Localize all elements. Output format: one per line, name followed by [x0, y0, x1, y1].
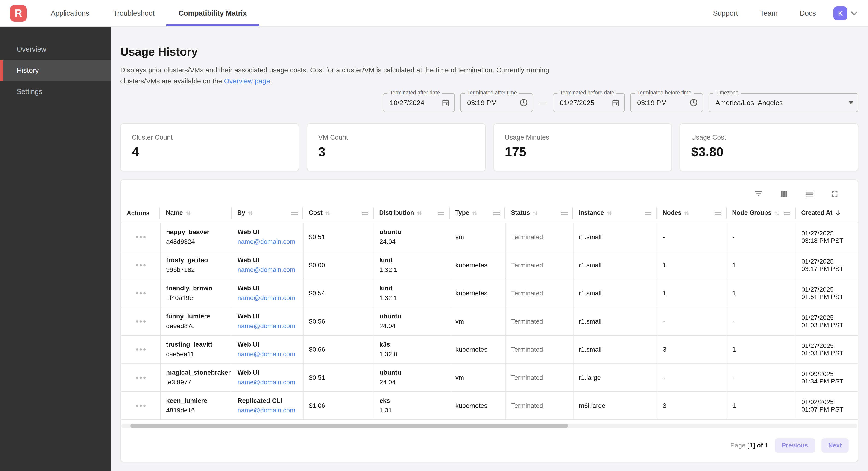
calendar-icon[interactable] — [611, 98, 620, 107]
sort-unsorted-icon[interactable] — [471, 210, 477, 217]
sidebar-item-settings[interactable]: Settings — [0, 81, 111, 102]
row-distribution-cell: ubuntu 24.04 — [374, 363, 450, 391]
density-icon[interactable] — [804, 189, 814, 199]
nav-tab-compatibility-matrix[interactable]: Compatibility Matrix — [166, 0, 259, 26]
cluster-id: de9ed87d — [166, 322, 231, 329]
stats-row: Cluster Count 4 VM Count 3 Usage Minutes… — [120, 123, 858, 171]
column-label: Status — [511, 209, 530, 216]
row-instance-cell: r1.small — [573, 223, 657, 251]
created-by-email-link[interactable]: name@domain.com — [238, 294, 303, 301]
column-header-node-groups[interactable]: Node Groups — [726, 204, 796, 223]
horizontal-scrollbar-thumb[interactable] — [130, 423, 568, 428]
row-actions-menu-icon[interactable] — [133, 289, 148, 297]
previous-button[interactable]: Previous — [775, 438, 815, 452]
stat-card-cluster-count: Cluster Count 4 — [120, 123, 299, 171]
row-status-cell: Terminated — [505, 279, 573, 307]
row-nodes-cell: 3 — [657, 391, 726, 419]
column-label: Node Groups — [732, 209, 772, 216]
created-by-email-link[interactable]: name@domain.com — [238, 407, 303, 414]
column-header-status[interactable]: Status — [505, 204, 573, 223]
column-header-distribution[interactable]: Distribution — [374, 204, 450, 223]
nav-tab-troubleshoot[interactable]: Troubleshoot — [101, 0, 166, 26]
terminated-after-date-field[interactable]: Terminated after date 10/27/2024 — [383, 93, 455, 112]
sort-unsorted-icon[interactable] — [416, 210, 423, 217]
sort-unsorted-icon[interactable] — [325, 210, 331, 217]
field-value: 03:19 PM — [467, 99, 516, 107]
node-groups-value: - — [732, 317, 734, 325]
sort-unsorted-icon[interactable] — [606, 210, 612, 217]
field-label: Terminated before date — [557, 90, 617, 95]
sort-unsorted-icon[interactable] — [774, 210, 780, 217]
created-by-email-link[interactable]: name@domain.com — [238, 322, 303, 329]
column-header-name[interactable]: Name — [160, 204, 232, 223]
created-by-email-link[interactable]: name@domain.com — [238, 266, 303, 273]
user-avatar[interactable]: K — [833, 6, 847, 20]
status-badge: Terminated — [511, 317, 543, 325]
nav-link-team[interactable]: Team — [749, 9, 789, 17]
columns-icon[interactable] — [779, 189, 789, 199]
created-date: 01/27/2025 — [801, 286, 858, 293]
created-by-email-link[interactable]: name@domain.com — [238, 350, 303, 358]
terminated-after-time-field[interactable]: Terminated after time 03:19 PM — [460, 93, 533, 112]
column-menu-icon[interactable] — [645, 211, 651, 216]
clock-icon[interactable] — [689, 98, 698, 107]
nav-tab-applications[interactable]: Applications — [39, 0, 101, 26]
page-indicator: Page [1] of 1 — [730, 442, 768, 449]
row-actions-menu-icon[interactable] — [133, 261, 148, 269]
column-header-cost[interactable]: Cost — [303, 204, 374, 223]
chevron-down-icon[interactable] — [850, 11, 858, 16]
row-node-groups-cell: 1 — [726, 279, 796, 307]
instance-value: r1.large — [579, 374, 601, 381]
sidebar-item-overview[interactable]: Overview — [0, 39, 111, 60]
row-actions-menu-icon[interactable] — [133, 233, 148, 241]
nav-link-docs[interactable]: Docs — [788, 9, 827, 17]
overview-page-link[interactable]: Overview page — [224, 77, 270, 85]
row-by-cell: Web UI name@domain.com — [232, 223, 303, 251]
terminated-before-date-field[interactable]: Terminated before date 01/27/2025 — [553, 93, 625, 112]
created-by-email-link[interactable]: name@domain.com — [238, 378, 303, 386]
column-header-nodes[interactable]: Nodes — [657, 204, 726, 223]
sort-unsorted-icon[interactable] — [248, 210, 254, 217]
column-header-created-at[interactable]: Created At — [796, 204, 858, 223]
sort-unsorted-icon[interactable] — [684, 210, 690, 217]
cost-value: $0.54 — [309, 289, 325, 297]
row-nodes-cell: 3 — [657, 335, 726, 363]
next-button[interactable]: Next — [821, 438, 849, 452]
row-actions-menu-icon[interactable] — [133, 318, 148, 325]
row-actions-menu-icon[interactable] — [133, 402, 148, 410]
column-header-type[interactable]: Type — [450, 204, 505, 223]
column-menu-icon[interactable] — [362, 211, 368, 216]
created-by-source: Web UI — [238, 284, 303, 292]
row-actions-menu-icon[interactable] — [133, 374, 148, 382]
created-time: 01:07 PM PST — [801, 405, 858, 413]
timezone-select[interactable]: Timezone America/Los_Angeles — [709, 93, 858, 112]
column-menu-icon[interactable] — [438, 211, 444, 216]
nav-link-support[interactable]: Support — [702, 9, 749, 17]
column-menu-icon[interactable] — [291, 211, 298, 216]
nodes-value: 1 — [663, 289, 666, 297]
clock-icon[interactable] — [519, 98, 528, 107]
column-header-instance[interactable]: Instance — [573, 204, 657, 223]
column-header-by[interactable]: By — [232, 204, 303, 223]
sidebar-item-label: Settings — [17, 88, 42, 96]
filter-icon[interactable] — [754, 189, 764, 199]
row-instance-cell: m6i.large — [573, 391, 657, 419]
column-header-actions: Actions — [121, 204, 160, 223]
fullscreen-icon[interactable] — [830, 189, 839, 199]
sort-unsorted-icon[interactable] — [185, 210, 191, 217]
row-actions-menu-icon[interactable] — [133, 346, 148, 353]
column-menu-icon[interactable] — [784, 211, 790, 216]
created-time: 03:17 PM PST — [801, 265, 858, 272]
sidebar-item-history[interactable]: History — [0, 60, 111, 81]
replicated-logo[interactable]: R — [10, 5, 27, 22]
column-menu-icon[interactable] — [715, 211, 721, 216]
calendar-icon[interactable] — [441, 98, 450, 107]
created-by-email-link[interactable]: name@domain.com — [238, 238, 303, 245]
column-menu-icon[interactable] — [561, 211, 568, 216]
column-menu-icon[interactable] — [493, 211, 500, 216]
sort-unsorted-icon[interactable] — [532, 210, 538, 217]
terminated-before-time-field[interactable]: Terminated before time 03:19 PM — [630, 93, 703, 112]
cluster-id: 995b7182 — [166, 266, 231, 273]
row-actions-cell — [121, 223, 160, 251]
sort-desc-icon[interactable] — [835, 210, 841, 217]
